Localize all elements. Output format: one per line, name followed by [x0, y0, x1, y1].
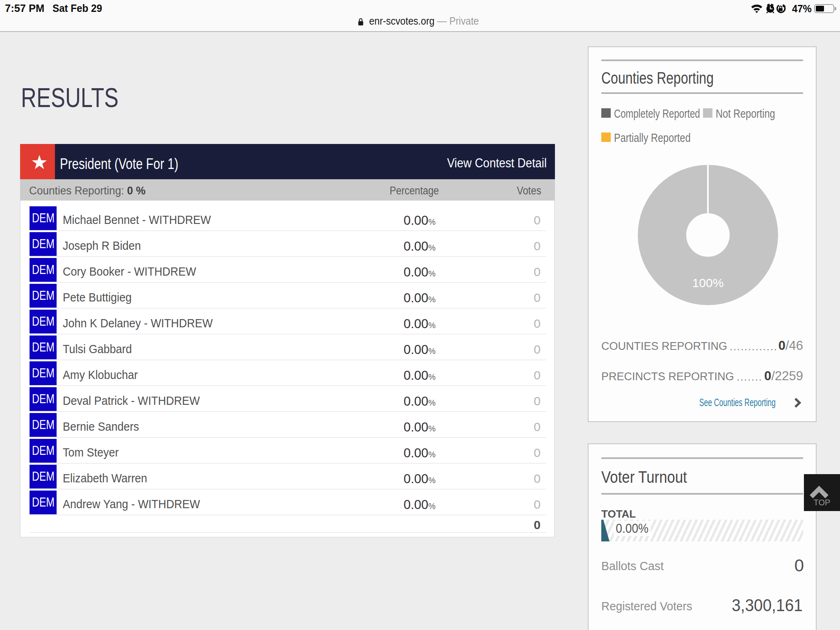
svg-text:100%: 100% [692, 276, 724, 290]
